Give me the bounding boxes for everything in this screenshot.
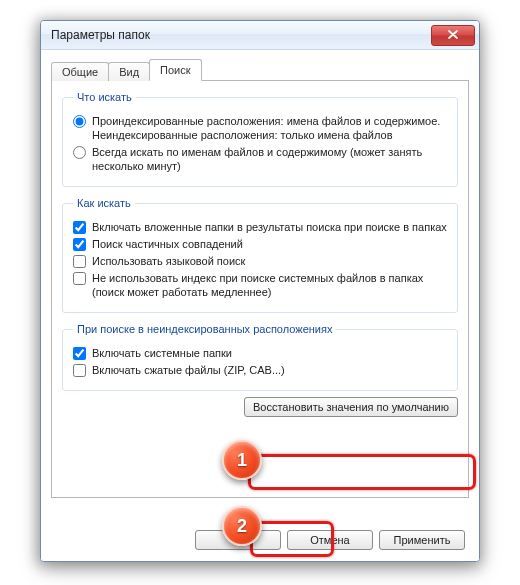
check-compressed[interactable]: Включать сжатые файлы (ZIP, CAB...)	[73, 363, 447, 377]
check-language-label: Использовать языковой поиск	[92, 254, 245, 268]
group-how-to-search: Как искать Включать вложенные папки в ре…	[62, 197, 458, 313]
check-language[interactable]: Использовать языковой поиск	[73, 254, 447, 268]
tab-general[interactable]: Общие	[51, 62, 109, 81]
check-partial-input[interactable]	[73, 238, 86, 251]
check-subfolders-label: Включать вложенные папки в результаты по…	[92, 220, 447, 234]
radio-indexed-input[interactable]	[73, 115, 86, 128]
search-tab-panel: Что искать Проиндексированные расположен…	[51, 80, 469, 498]
radio-always-label: Всегда искать по именам файлов и содержи…	[92, 145, 447, 173]
check-subfolders[interactable]: Включать вложенные папки в результаты по…	[73, 220, 447, 234]
close-button[interactable]	[431, 25, 475, 46]
cancel-button[interactable]: Отмена	[287, 530, 373, 550]
window-title: Параметры папок	[51, 28, 150, 42]
check-noindex[interactable]: Не использовать индекс при поиске систем…	[73, 271, 447, 299]
group-nonindexed: При поиске в неиндексированных расположе…	[62, 323, 458, 391]
tab-search[interactable]: Поиск	[149, 59, 201, 81]
group-legend: Как искать	[73, 197, 135, 209]
folder-options-window: Параметры папок Общие Вид Поиск Что иска…	[40, 20, 480, 562]
close-icon	[448, 30, 458, 39]
restore-defaults-button[interactable]: Восстановить значения по умолчанию	[244, 397, 458, 417]
group-what-to-search: Что искать Проиндексированные расположен…	[62, 91, 458, 187]
check-system-folders[interactable]: Включать системные папки	[73, 346, 447, 360]
step-badge-1: 1	[222, 440, 262, 480]
check-noindex-label: Не использовать индекс при поиске систем…	[92, 271, 447, 299]
check-system-folders-input[interactable]	[73, 347, 86, 360]
dialog-body: Общие Вид Поиск Что искать Проиндексиров…	[41, 50, 479, 562]
radio-always[interactable]: Всегда искать по именам файлов и содержи…	[73, 145, 447, 173]
tab-view[interactable]: Вид	[108, 62, 150, 81]
apply-button[interactable]: Применить	[379, 530, 465, 550]
check-compressed-input[interactable]	[73, 364, 86, 377]
radio-indexed-label: Проиндексированные расположения: имена ф…	[92, 114, 447, 142]
group-legend: Что искать	[73, 91, 136, 103]
check-noindex-input[interactable]	[73, 272, 86, 285]
step-badge-2: 2	[222, 506, 262, 546]
check-subfolders-input[interactable]	[73, 221, 86, 234]
radio-always-input[interactable]	[73, 146, 86, 159]
check-system-folders-label: Включать системные папки	[92, 346, 232, 360]
titlebar[interactable]: Параметры папок	[41, 21, 479, 50]
check-compressed-label: Включать сжатые файлы (ZIP, CAB...)	[92, 363, 285, 377]
group-legend: При поиске в неиндексированных расположе…	[73, 323, 336, 335]
tabstrip: Общие Вид Поиск	[51, 58, 469, 80]
radio-indexed[interactable]: Проиндексированные расположения: имена ф…	[73, 114, 447, 142]
check-partial[interactable]: Поиск частичных совпадений	[73, 237, 447, 251]
check-language-input[interactable]	[73, 255, 86, 268]
check-partial-label: Поиск частичных совпадений	[92, 237, 243, 251]
